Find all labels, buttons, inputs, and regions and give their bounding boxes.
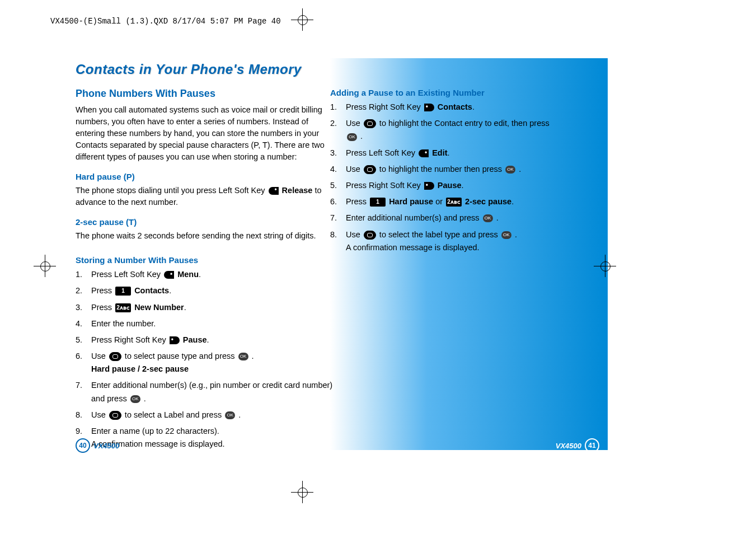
nav-key-icon: [109, 411, 121, 420]
key-2-icon: 2ᴀʙᴄ: [115, 303, 131, 312]
list-item: 1.Press Left Soft Key Menu.: [76, 268, 333, 281]
ok-key-icon: OK: [130, 395, 140, 403]
ok-key-icon: OK: [483, 214, 493, 222]
left-soft-key-icon: [419, 149, 429, 157]
ok-key-icon: OK: [347, 133, 357, 141]
footer-right: VX4500 41: [556, 438, 599, 453]
left-soft-key-icon: [164, 271, 174, 279]
list-item: 6.Press 1 Hard pause or 2ᴀʙᴄ 2-sec pause…: [330, 195, 588, 208]
heading-phone-numbers-pauses: Phone Numbers With Pauses: [76, 88, 333, 100]
model-name: VX4500: [556, 442, 581, 450]
twosec-pause-text: The phone waits 2 seconds before sending…: [76, 230, 333, 242]
registration-mark-icon: [34, 255, 56, 277]
key-1-icon: 1: [115, 287, 131, 296]
page-number-right: 41: [585, 438, 599, 453]
adding-steps: 1.Press Right Soft Key Contacts. 2.Use t…: [330, 101, 588, 254]
footer-left: 40 VX4500: [76, 438, 119, 453]
key-2-icon: 2ᴀʙᴄ: [446, 198, 462, 207]
model-name: VX4500: [93, 442, 119, 450]
nav-key-icon: [364, 119, 376, 128]
list-item: 4.Enter the number.: [76, 317, 333, 330]
list-item: 7.Enter additional number(s) and press O…: [330, 212, 588, 224]
page-number-left: 40: [76, 438, 90, 453]
list-item: 2.Press 1 Contacts.: [76, 284, 333, 297]
heading-hard-pause: Hard pause (P): [76, 172, 333, 181]
list-item: 2.Use to highlight the Contact entry to …: [330, 117, 588, 143]
nav-key-icon: [364, 165, 376, 174]
section-title: Contacts in Your Phone's Memory: [76, 62, 302, 77]
print-header: VX4500-(E)Small (1.3).QXD 8/17/04 5:07 P…: [50, 17, 281, 26]
list-item: 3.Press Left Soft Key Edit.: [330, 147, 588, 160]
nav-key-icon: [109, 352, 121, 361]
list-item: 8.Use to select the label type and press…: [330, 228, 588, 254]
ok-key-icon: OK: [238, 353, 248, 360]
registration-mark-icon: [291, 8, 313, 31]
list-item: 7.Enter additional number(s) (e.g., pin …: [76, 379, 333, 405]
key-1-icon: 1: [370, 198, 386, 207]
list-item: 4.Use to highlight the number then press…: [330, 163, 588, 176]
right-column: Adding a Pause to an Existing Number 1.P…: [330, 88, 588, 257]
list-item: 8.Use to select a Label and press OK .: [76, 409, 333, 421]
ok-key-icon: OK: [505, 166, 515, 174]
right-soft-key-icon: [170, 336, 180, 344]
registration-mark-icon: [594, 255, 616, 277]
intro-paragraph: When you call automated systems such as …: [76, 104, 333, 163]
heading-storing-number: Storing a Number With Pauses: [76, 255, 333, 265]
list-item: 6.Use to select pause type and press OK …: [76, 350, 333, 376]
list-item: 3.Press 2ᴀʙᴄ New Number.: [76, 301, 333, 314]
right-soft-key-icon: [424, 104, 434, 111]
registration-mark-icon: [291, 481, 313, 503]
left-column: Phone Numbers With Pauses When you call …: [76, 88, 333, 454]
list-item: 1.Press Right Soft Key Contacts.: [330, 101, 588, 114]
ok-key-icon: OK: [225, 411, 235, 419]
right-soft-key-icon: [424, 182, 434, 190]
nav-key-icon: [364, 231, 376, 240]
hard-pause-text: The phone stops dialing until you press …: [76, 185, 333, 208]
storing-steps: 1.Press Left Soft Key Menu. 2.Press 1 Co…: [76, 268, 333, 451]
list-item: 5.Press Right Soft Key Pause.: [76, 334, 333, 346]
heading-2sec-pause: 2-sec pause (T): [76, 217, 333, 227]
heading-adding-pause: Adding a Pause to an Existing Number: [330, 88, 588, 97]
list-item: 5.Press Right Soft Key Pause.: [330, 179, 588, 192]
ok-key-icon: OK: [501, 231, 511, 239]
left-soft-key-icon: [269, 187, 279, 195]
